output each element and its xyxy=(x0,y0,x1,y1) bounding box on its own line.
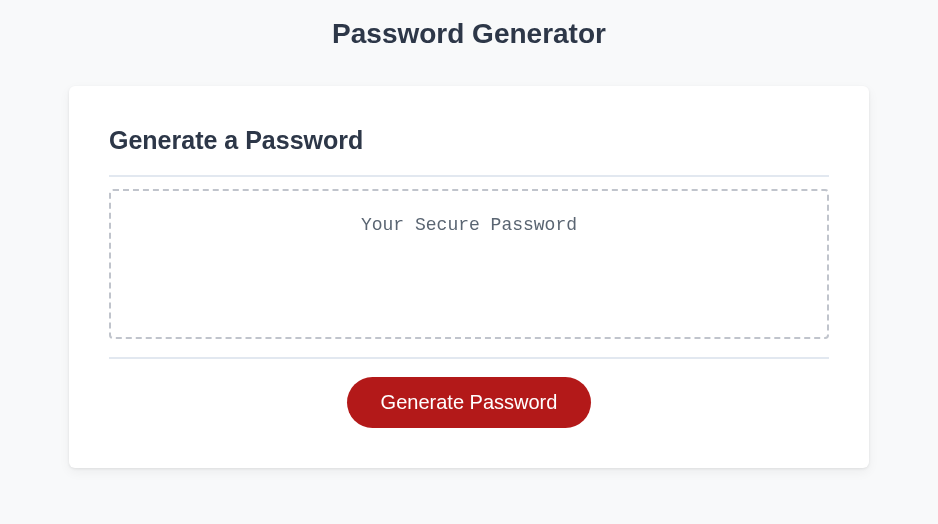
generate-password-button[interactable]: Generate Password xyxy=(347,377,592,428)
card-title: Generate a Password xyxy=(109,126,363,155)
card-footer: Generate Password xyxy=(109,373,829,428)
generator-card: Generate a Password Generate Password xyxy=(69,86,869,468)
card-header: Generate a Password xyxy=(109,126,829,177)
page-title: Password Generator xyxy=(0,0,938,86)
card-body xyxy=(109,189,829,359)
password-output[interactable] xyxy=(109,189,829,339)
